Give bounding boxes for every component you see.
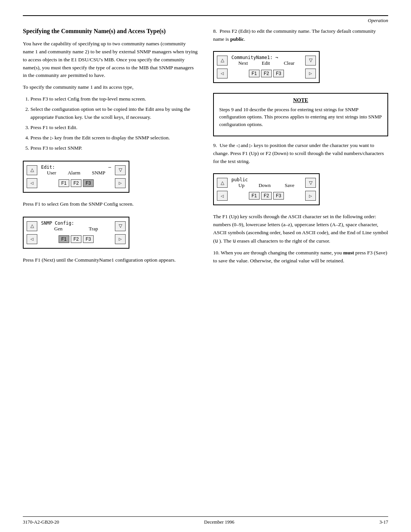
header-row: Operation [23, 18, 388, 24]
f1-btn-3[interactable]: F1 [249, 70, 260, 77]
device-bottom-row-3: ◁ F1 F2 F3 ▷ [217, 69, 316, 78]
screen-public: public [231, 177, 248, 182]
func-buttons-2: F1 F2 F3 [40, 235, 113, 243]
footer-left: 3170-A2-GB20-20 [23, 519, 59, 525]
label-user: User [47, 170, 56, 176]
page-title: Specifying the Community Name(s) and Acc… [23, 27, 198, 35]
right-triangle-btn-3[interactable]: ▷ [305, 69, 316, 78]
device-bottom-row-4: ◁ F1 F2 F3 ▷ [217, 191, 316, 201]
label-down: Down [258, 182, 271, 189]
step-10-text: 10. When you are through changing the co… [213, 249, 388, 265]
left-triangle-btn-1[interactable]: ◁ [27, 178, 37, 188]
down-triangle-btn-2[interactable]: ▽ [115, 221, 126, 231]
func-buttons-4: F1 F2 F3 [230, 192, 303, 200]
to-specify-text: To specify the community name 1 and its … [23, 83, 198, 91]
device-bottom-row-1: ◁ F1 F2 F3 ▷ [27, 178, 126, 188]
step-2: Select the configuration option set to b… [30, 105, 198, 121]
f2-btn-2[interactable]: F2 [71, 235, 81, 243]
f3-btn-1[interactable]: F3 [83, 179, 94, 187]
up-triangle-btn-3[interactable]: △ [217, 56, 228, 66]
ascii-description: The F1 (Up) key scrolls through the ASCI… [213, 213, 388, 245]
screen-text-snmp-config: SNMP Config: [41, 220, 74, 226]
f2-btn-3[interactable]: F2 [261, 70, 272, 77]
step-1: Press F3 to select Cnfig from the top-le… [30, 95, 198, 103]
step-6: Press F1 to select Gen from the SNMP Con… [23, 200, 198, 208]
label-gen: Gen [54, 226, 63, 232]
footer-center: December 1996 [204, 519, 234, 525]
label-alarm: Alarm [68, 170, 80, 176]
f2-btn-1[interactable]: F2 [71, 179, 81, 187]
label-edit: Edit [262, 60, 270, 66]
device-box-community: △ CommunityName1: ¬ Next Edit Clear ▽ [213, 51, 320, 83]
footer-rule [23, 516, 388, 517]
label-row-2: Gen Trap [41, 226, 111, 232]
step-3: Press F1 to select Edit. [30, 124, 198, 132]
top-rule [23, 15, 388, 16]
screen-community-name: CommunityName1: ¬ [231, 55, 278, 60]
step-8-bold: public [230, 36, 244, 42]
down-triangle-btn-4[interactable]: ▽ [305, 178, 316, 188]
device-top-row: △ Edit: — User Alarm SNMP ▽ [27, 164, 126, 177]
footer-right: 3-17 [379, 519, 388, 525]
label-row-1: User Alarm SNMP [41, 170, 111, 176]
steps-list: Press F3 to select Cnfig from the top-le… [30, 95, 198, 152]
step-8-text: 8. Press F2 (Edit) to edit the community… [213, 27, 388, 43]
down-triangle-btn-1[interactable]: ▽ [115, 165, 126, 175]
intro-paragraph: You have the capability of specifying up… [23, 40, 198, 80]
label-next: Next [238, 60, 248, 66]
f1-btn-1[interactable]: F1 [59, 179, 69, 187]
up-triangle-btn-1[interactable]: △ [27, 165, 37, 175]
f3-btn-2[interactable]: F3 [83, 235, 94, 243]
note-title: NOTE [219, 97, 382, 104]
f3-btn-4[interactable]: F3 [273, 192, 284, 200]
left-triangle-btn-3[interactable]: ◁ [217, 69, 228, 78]
down-triangle-btn-3[interactable]: ▽ [305, 56, 316, 66]
right-triangle-btn-4[interactable]: ▷ [305, 191, 316, 201]
step-10-must: must [343, 250, 354, 256]
main-content: Specifying the Community Name(s) and Acc… [23, 27, 388, 269]
label-up: Up [239, 182, 245, 189]
label-save: Save [285, 182, 294, 189]
step-9-text: 9. Use the ◁ and ▷ keys to position the … [213, 142, 388, 166]
left-triangle-btn-4[interactable]: ◁ [217, 191, 228, 201]
up-triangle-btn-2[interactable]: △ [27, 221, 37, 231]
step-5: Press F3 to select SNMP. [30, 144, 198, 152]
device-box-public: △ public Up Down Save ▽ ◁ [213, 173, 320, 205]
left-triangle-btn-2[interactable]: ◁ [27, 234, 37, 244]
up-triangle-btn-4[interactable]: △ [217, 178, 228, 188]
right-triangle-btn-1[interactable]: ▷ [115, 178, 126, 188]
right-triangle-btn-2[interactable]: ▷ [115, 234, 126, 244]
device-box-edit: △ Edit: — User Alarm SNMP ▽ [23, 161, 129, 193]
device-top-row-2: △ SNMP Config: Gen Trap ▽ [27, 220, 126, 233]
device-box-snmp-config: △ SNMP Config: Gen Trap ▽ ◁ [23, 217, 129, 249]
f1-btn-4[interactable]: F1 [249, 192, 260, 200]
device-top-row-4: △ public Up Down Save ▽ [217, 176, 316, 189]
note-content: Steps 9 and 10 describe the process for … [219, 106, 382, 128]
device-bottom-row-2: ◁ F1 F2 F3 ▷ [27, 234, 126, 244]
label-row-4: Up Down Save [231, 182, 301, 189]
right-column: 8. Press F2 (Edit) to edit the community… [213, 27, 388, 269]
label-row-3: Next Edit Clear [231, 60, 301, 66]
note-box: NOTE Steps 9 and 10 describe the process… [213, 93, 388, 137]
step-4: Press the ▷ key from the Edit screen to … [30, 134, 198, 142]
label-trap: Trap [89, 226, 98, 232]
f2-btn-4[interactable]: F2 [261, 192, 272, 200]
f3-btn-3[interactable]: F3 [273, 70, 284, 77]
func-buttons-1: F1 F2 F3 [40, 179, 113, 187]
left-column: Specifying the Community Name(s) and Acc… [23, 27, 198, 269]
f1-btn-2[interactable]: F1 [59, 235, 69, 243]
device-top-row-3: △ CommunityName1: ¬ Next Edit Clear ▽ [217, 54, 316, 67]
func-buttons-3: F1 F2 F3 [230, 70, 303, 77]
screen-text-edit: Edit: [41, 165, 55, 170]
screen-dash-1: — [108, 165, 111, 170]
step-7: Press F1 (Next) until the CommunityName1… [23, 256, 198, 264]
footer: 3170-A2-GB20-20 December 1996 3-17 [23, 519, 388, 525]
label-snmp: SNMP [92, 170, 105, 176]
section-label: Operation [368, 18, 388, 24]
label-clear: Clear [284, 60, 295, 66]
